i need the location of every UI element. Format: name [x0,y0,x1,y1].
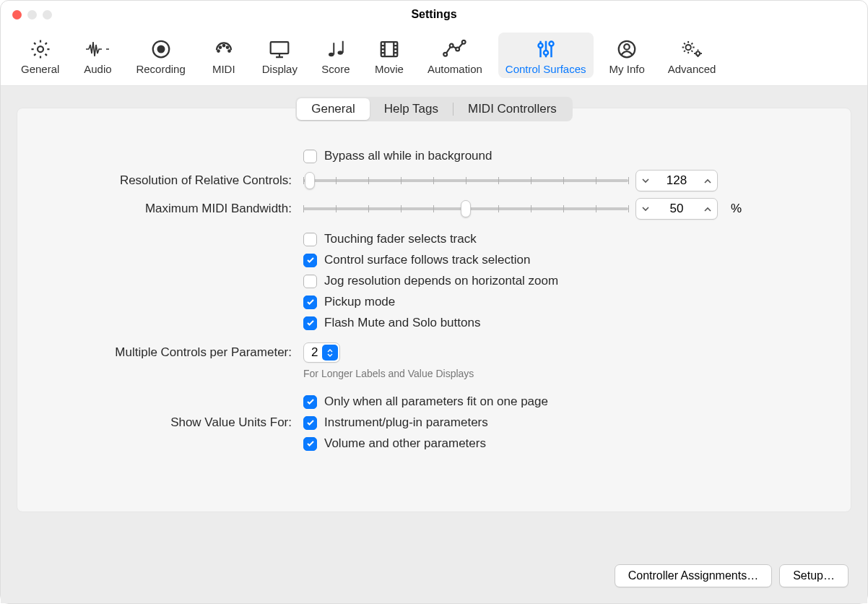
footer: Controller Assignments… Setup… [17,553,851,590]
svg-point-17 [462,40,466,44]
touching-checkbox[interactable] [303,233,317,246]
follow-checkbox[interactable] [303,254,317,267]
waveform-icon [84,37,110,61]
bypass-checkbox[interactable] [303,150,317,163]
controller-assignments-button[interactable]: Controller Assignments… [615,564,773,587]
tab-label: Automation [428,63,482,75]
tab-score[interactable]: Score [313,33,358,78]
svg-rect-12 [342,41,344,53]
score-icon [325,37,347,61]
svg-point-3 [223,45,225,47]
stepper-up[interactable] [698,171,717,191]
svg-point-15 [450,44,453,48]
tab-advanced[interactable]: Advanced [661,33,724,78]
bandwidth-slider[interactable] [303,202,628,216]
instrument-checkbox[interactable] [303,416,317,430]
only-fit-label: Only when all parameters fit on one page [324,394,548,409]
stepper-down[interactable] [636,199,655,219]
pickup-checkbox[interactable] [303,295,317,309]
midi-icon [213,37,235,61]
film-icon [378,37,400,61]
tab-general[interactable]: General [14,33,66,78]
bypass-label: Bypass all while in background [324,149,492,163]
resolution-slider[interactable] [303,173,628,188]
svg-rect-11 [333,43,334,54]
svg-point-24 [696,51,700,55]
show-value-label: Show Value Units For: [39,415,292,430]
only-fit-checkbox[interactable] [303,395,317,409]
resolution-label: Resolution of Relative Controls: [39,173,292,188]
bandwidth-value: 50 [655,202,698,216]
svg-point-23 [686,45,691,50]
tab-label: Recording [136,63,185,75]
svg-point-2 [157,46,164,53]
svg-point-16 [456,48,459,51]
tab-control-surfaces[interactable]: Control Surfaces [498,33,594,78]
sub-tabs: General Help Tags MIDI Controllers [295,97,573,121]
multiple-value: 2 [311,345,322,360]
svg-point-18 [538,43,542,48]
gears-icon [680,37,704,61]
automation-icon [443,37,467,61]
gear-icon [30,37,51,61]
svg-point-14 [443,53,447,56]
tab-recording[interactable]: Recording [129,33,192,78]
bandwidth-stepper[interactable]: 50 [635,198,718,220]
follow-label: Control surface follows track selection [324,253,530,267]
sub-tab-help-tags[interactable]: Help Tags [370,98,453,120]
svg-rect-8 [271,42,289,53]
volume-label: Volume and other parameters [324,436,486,451]
setup-button[interactable]: Setup… [779,564,849,587]
slider-thumb[interactable] [305,172,315,189]
jog-label: Jog resolution depends on horizontal zoo… [324,274,558,288]
tab-label: Control Surfaces [505,63,586,75]
tab-label: Movie [375,63,404,75]
settings-window: Settings General Audio Recording MIDI [0,0,868,604]
record-icon [150,37,172,61]
resolution-stepper[interactable]: 128 [635,170,718,191]
instrument-label: Instrument/plug-in parameters [324,415,488,430]
svg-point-20 [549,42,553,46]
resolution-value: 128 [655,173,698,188]
select-chevrons-icon [322,345,338,361]
tab-audio[interactable]: Audio [75,33,120,78]
sliders-icon [535,37,557,61]
flash-checkbox[interactable] [303,316,317,330]
sub-tab-midi-controllers[interactable]: MIDI Controllers [453,98,571,120]
person-icon [616,37,638,61]
tab-label: MIDI [212,63,235,75]
pickup-label: Pickup mode [324,295,395,309]
volume-checkbox[interactable] [303,437,317,451]
display-icon [268,37,291,61]
bandwidth-unit: % [731,202,742,216]
multiple-caption: For Longer Labels and Value Displays [303,368,829,379]
tab-my-info[interactable]: My Info [602,33,652,78]
svg-point-19 [544,51,548,55]
tab-label: Audio [84,63,111,75]
titlebar: Settings [1,1,867,28]
stepper-up[interactable] [698,199,717,219]
svg-point-6 [217,50,220,52]
slider-thumb[interactable] [461,200,471,217]
bandwidth-label: Maximum MIDI Bandwidth: [39,202,292,216]
svg-point-0 [38,46,43,52]
body: General Help Tags MIDI Controllers Bypas… [1,86,867,603]
svg-point-5 [227,46,229,48]
tab-midi[interactable]: MIDI [201,33,246,78]
svg-point-22 [624,44,630,50]
multiple-select[interactable]: 2 [303,342,340,363]
touching-label: Touching fader selects track [324,232,477,246]
flash-label: Flash Mute and Solo buttons [324,316,480,330]
stepper-down[interactable] [636,171,655,191]
tab-automation[interactable]: Automation [420,33,490,78]
jog-checkbox[interactable] [303,275,317,288]
tab-label: General [21,63,59,75]
tab-label: Advanced [668,63,716,75]
sub-tab-container: General Help Tags MIDI Controllers [17,97,851,121]
tab-movie[interactable]: Movie [367,33,412,78]
sub-tab-general[interactable]: General [297,98,369,120]
tab-label: Display [262,63,298,75]
tab-display[interactable]: Display [255,33,305,78]
tab-label: Score [321,63,350,75]
multiple-label: Multiple Controls per Parameter: [39,345,292,360]
